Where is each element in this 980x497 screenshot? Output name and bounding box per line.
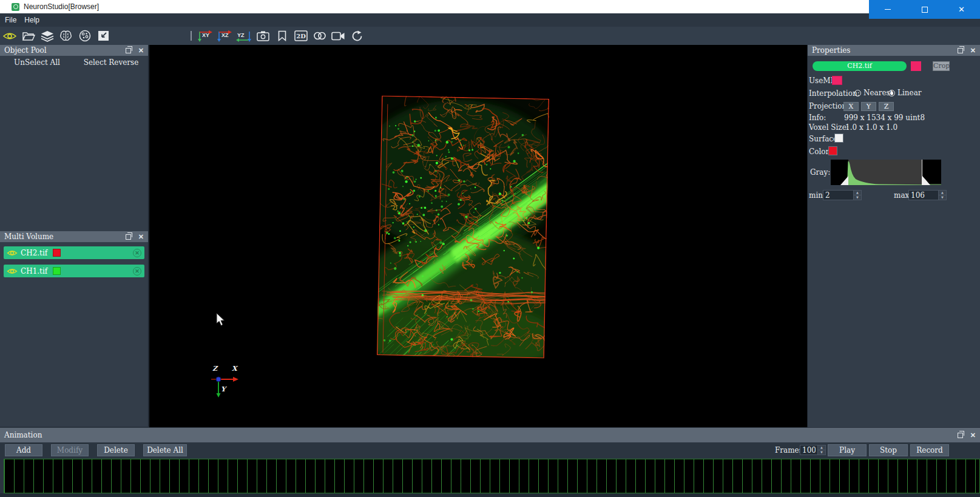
brain-icon[interactable] xyxy=(56,28,75,44)
float-panel-icon[interactable] xyxy=(958,433,963,438)
animation-footer xyxy=(0,493,980,497)
surface-color-swatch[interactable] xyxy=(834,134,843,143)
volume-item-ch2[interactable]: CH2.tif ✕ xyxy=(4,246,144,259)
max-input[interactable] xyxy=(909,191,938,200)
remove-volume-icon[interactable]: ✕ xyxy=(133,249,141,257)
spin-up-icon[interactable]: ▲ xyxy=(818,445,825,450)
spin-down-icon[interactable]: ▼ xyxy=(939,195,946,200)
crop-button[interactable]: Crop xyxy=(933,61,950,71)
color-swatch[interactable] xyxy=(828,146,837,155)
float-panel-icon[interactable] xyxy=(958,48,963,53)
volume-color-swatch[interactable] xyxy=(53,249,61,257)
xy-axes-icon[interactable]: XY xyxy=(195,28,215,44)
usemip-checkbox[interactable] xyxy=(832,76,842,85)
stop-button[interactable]: Stop xyxy=(869,444,908,456)
spin-down-icon[interactable]: ▼ xyxy=(818,450,825,455)
minimize-button[interactable] xyxy=(869,0,906,19)
multi-volume-title: Multi Volume xyxy=(4,232,126,241)
minimize-icon xyxy=(885,9,891,10)
float-panel-icon[interactable] xyxy=(126,234,131,240)
record-button[interactable]: Record xyxy=(910,444,949,456)
frames-input[interactable] xyxy=(800,445,817,455)
volume-render xyxy=(377,95,549,358)
interpolation-label: Interpolation: xyxy=(809,89,860,98)
spin-up-icon[interactable]: ▲ xyxy=(854,191,861,195)
radio-icon xyxy=(888,90,895,96)
frames-spinbox: ▲▼ xyxy=(800,445,826,455)
menubar: File Help xyxy=(0,13,980,27)
visibility-eye-icon[interactable] xyxy=(7,249,18,257)
spin-up-icon[interactable]: ▲ xyxy=(939,191,946,195)
info-label: Info: xyxy=(809,113,826,122)
volume-item-ch1[interactable]: CH1.tif ✕ xyxy=(4,265,144,277)
spin-down-icon[interactable]: ▼ xyxy=(854,195,861,200)
projection-y-button[interactable]: Y xyxy=(861,102,876,111)
app-icon xyxy=(12,3,19,11)
close-panel-icon[interactable]: ✕ xyxy=(970,431,976,439)
menu-help[interactable]: Help xyxy=(24,16,39,24)
toolbar-separator xyxy=(191,31,192,41)
delete-button[interactable]: Delete xyxy=(97,444,135,456)
projection-z-button[interactable]: Z xyxy=(879,102,894,111)
animation-panel: Animation ✕ Add Modify Delete Delete All… xyxy=(0,428,980,497)
gray-label: Gray: xyxy=(810,168,830,177)
yz-axes-icon[interactable]: YZ xyxy=(234,28,254,44)
axis-z-label: Z xyxy=(212,365,218,373)
object-pool-list[interactable] xyxy=(0,69,148,230)
min-handle[interactable] xyxy=(840,176,848,185)
properties-header: Properties ✕ xyxy=(808,45,980,56)
axis-y-label: Y xyxy=(221,385,227,393)
close-panel-icon[interactable]: ✕ xyxy=(138,233,144,241)
properties-panel: Properties ✕ CH2.tif Crop UseMIP: Interp… xyxy=(807,45,980,427)
min-input[interactable] xyxy=(823,191,853,200)
snapshot-region-icon[interactable] xyxy=(94,28,113,44)
eye-icon[interactable] xyxy=(0,28,19,44)
close-button[interactable]: ✕ xyxy=(943,0,980,19)
max-handle[interactable] xyxy=(922,176,930,185)
interpolation-nearest-radio[interactable]: Nearest xyxy=(854,89,893,97)
close-panel-icon[interactable]: ✕ xyxy=(138,47,144,55)
animation-timeline[interactable] xyxy=(4,459,980,493)
max-spinbox: ▲▼ xyxy=(908,190,947,200)
xz-axes-icon[interactable]: XZ xyxy=(215,28,234,44)
3d-viewport[interactable]: Z X Y xyxy=(149,45,807,427)
camera-icon[interactable] xyxy=(254,28,272,44)
open-folder-icon[interactable] xyxy=(19,28,38,44)
unselect-all-button[interactable]: UnSelect All xyxy=(0,58,74,67)
link-icon[interactable] xyxy=(310,28,329,44)
delete-all-button[interactable]: Delete All xyxy=(143,444,187,456)
multi-volume-panel: Multi Volume ✕ CH2.tif ✕ CH1.tif ✕ xyxy=(0,231,149,427)
object-pool-panel: Object Pool ✕ UnSelect All Select Revers… xyxy=(0,45,149,231)
maximize-button[interactable] xyxy=(906,0,943,19)
animation-title: Animation xyxy=(4,431,958,439)
axis-gizmo: Z X Y xyxy=(200,361,244,399)
gray-histogram[interactable] xyxy=(831,160,941,185)
linear-label: Linear xyxy=(897,89,922,97)
float-panel-icon[interactable] xyxy=(126,48,131,53)
projection-x-button[interactable]: X xyxy=(843,102,859,111)
2d-view-icon[interactable]: 2D xyxy=(291,28,310,44)
interpolation-linear-radio[interactable]: Linear xyxy=(888,89,922,97)
voxel-size-value: 1.0 x 1.0 x 1.0 xyxy=(845,123,897,132)
active-volume-pill[interactable]: CH2.tif xyxy=(813,61,907,71)
refresh-icon[interactable] xyxy=(348,28,367,44)
modify-button[interactable]: Modify xyxy=(51,444,89,456)
animation-header: Animation ✕ xyxy=(0,428,980,442)
visibility-eye-icon[interactable] xyxy=(7,268,18,275)
select-reverse-button[interactable]: Select Reverse xyxy=(74,58,148,67)
menu-file[interactable]: File xyxy=(5,16,16,24)
play-button[interactable]: Play xyxy=(828,444,867,456)
volume-accent-swatch[interactable] xyxy=(911,61,921,71)
add-button[interactable]: Add xyxy=(5,444,42,456)
bookmark-icon[interactable] xyxy=(272,28,291,44)
video-record-icon[interactable] xyxy=(329,28,348,44)
layers-icon[interactable] xyxy=(38,28,56,44)
remove-volume-icon[interactable]: ✕ xyxy=(133,267,141,276)
voxel-size-label: Voxel Size: xyxy=(809,123,849,132)
volume-color-swatch[interactable] xyxy=(53,267,61,275)
window-titlebar: NeuronStudio[Browser] xyxy=(0,0,980,13)
toolbar: XY XZ YZ 2D xyxy=(0,27,980,45)
radio-icon xyxy=(854,90,861,96)
close-panel-icon[interactable]: ✕ xyxy=(970,47,976,55)
cells-icon[interactable] xyxy=(75,28,94,44)
